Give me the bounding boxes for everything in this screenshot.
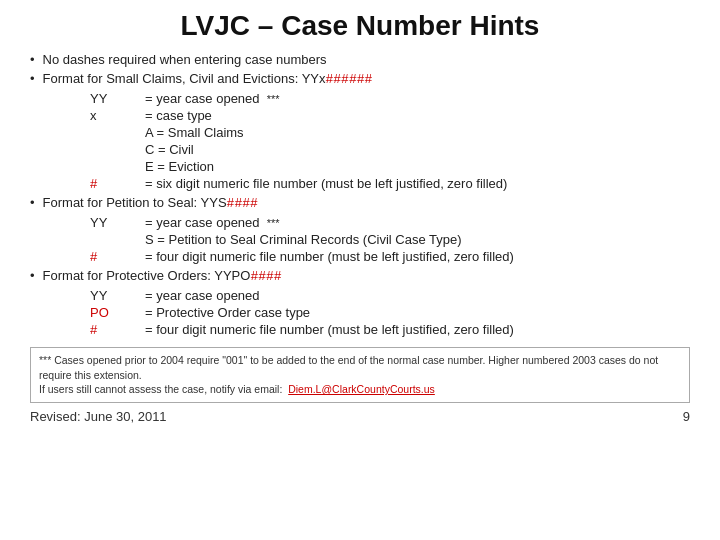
b2r3-code: [90, 125, 145, 140]
bullet-dot-3: •: [30, 195, 35, 210]
b3r3-desc: = four digit numeric file number (must b…: [145, 249, 690, 264]
bullet-4-format: ####: [250, 269, 281, 284]
bullet-4-text: Format for Protective Orders: YYPO####: [43, 268, 282, 284]
footer-note: *** Cases opened prior to 2004 require "…: [39, 354, 658, 381]
bullet-3-text: Format for Petition to Seal: YYS####: [43, 195, 258, 211]
bullet-2: • Format for Small Claims, Civil and Evi…: [30, 71, 690, 87]
b2r6-desc: = six digit numeric file number (must be…: [145, 176, 690, 191]
bullet-dot-2: •: [30, 71, 35, 86]
bullet-4-table: YY = year case opened PO = Protective Or…: [90, 288, 690, 337]
b2r1-desc: = year case opened ***: [145, 91, 690, 106]
b2r2-desc: = case type: [145, 108, 690, 123]
b2r4-code: [90, 142, 145, 157]
b4r3-code: #: [90, 322, 145, 337]
bullet-1: • No dashes required when entering case …: [30, 52, 690, 67]
page-number: 9: [683, 409, 690, 424]
b4r1-desc: = year case opened: [145, 288, 690, 303]
b4r3-desc: = four digit numeric file number (must b…: [145, 322, 690, 337]
b3r2-code: [90, 232, 145, 247]
footer-box: *** Cases opened prior to 2004 require "…: [30, 347, 690, 403]
bullet-2-table: YY = year case opened *** x = case type …: [90, 91, 690, 191]
bullet-2-before: Format for Small Claims, Civil and Evict…: [43, 71, 326, 86]
bullet-dot-4: •: [30, 268, 35, 283]
b4r2-desc: = Protective Order case type: [145, 305, 690, 320]
page-container: LVJC – Case Number Hints • No dashes req…: [0, 0, 720, 540]
b4r2-code: PO: [90, 305, 145, 320]
b2r6-code: #: [90, 176, 145, 191]
bullet-4: • Format for Protective Orders: YYPO####: [30, 268, 690, 284]
bullet-3-format: ####: [227, 196, 258, 211]
bullet-2-text: Format for Small Claims, Civil and Evict…: [43, 71, 373, 87]
bullet-1-text: No dashes required when entering case nu…: [43, 52, 327, 67]
bullet-3: • Format for Petition to Seal: YYS####: [30, 195, 690, 211]
bullet-3-table: YY = year case opened *** S = Petition t…: [90, 215, 690, 264]
b2r1-code: YY: [90, 91, 145, 106]
b2r3-desc: A = Small Claims: [145, 125, 690, 140]
footer-email[interactable]: Diem.L@ClarkCountyCourts.us: [288, 383, 435, 395]
b3r2-desc: S = Petition to Seal Criminal Records (C…: [145, 232, 690, 247]
b2r4-desc: C = Civil: [145, 142, 690, 157]
b3r1-desc: = year case opened ***: [145, 215, 690, 230]
b3r1-code: YY: [90, 215, 145, 230]
b2r5-desc: E = Eviction: [145, 159, 690, 174]
b2r1-stars: ***: [267, 93, 280, 105]
b4r1-code: YY: [90, 288, 145, 303]
revised-label: Revised: June 30, 2011: [30, 409, 167, 424]
bullet-2-format: ######: [326, 72, 373, 87]
bullet-dot-1: •: [30, 52, 35, 67]
b2r5-code: [90, 159, 145, 174]
b3r3-code: #: [90, 249, 145, 264]
b2r2-code: x: [90, 108, 145, 123]
bullet-3-before: Format for Petition to Seal: YYS: [43, 195, 227, 210]
footer-notify: If users still cannot assess the case, n…: [39, 383, 282, 395]
bullet-4-before: Format for Protective Orders: YYPO: [43, 268, 251, 283]
bottom-bar: Revised: June 30, 2011 9: [30, 409, 690, 424]
b3r1-stars: ***: [267, 217, 280, 229]
page-title: LVJC – Case Number Hints: [30, 10, 690, 42]
